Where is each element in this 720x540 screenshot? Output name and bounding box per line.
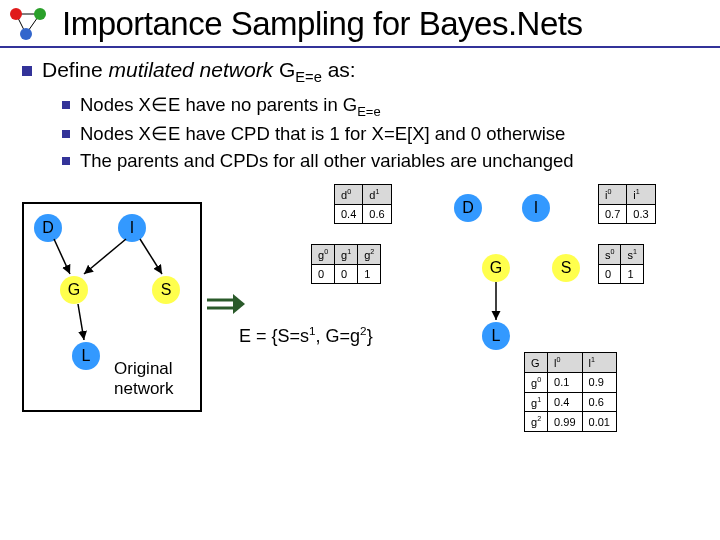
v: 0.3 <box>627 204 655 223</box>
s: 2 <box>537 415 541 423</box>
s: 1 <box>591 356 595 364</box>
s: 0 <box>607 188 611 196</box>
bullet-icon <box>62 130 70 138</box>
subscript: E=e <box>357 104 380 119</box>
h: G <box>525 353 548 373</box>
svg-point-4 <box>34 8 46 20</box>
text: E have CPD that is 1 for X=E[X] and 0 ot… <box>168 123 565 144</box>
v: 0.7 <box>599 204 627 223</box>
original-network-arrows <box>22 202 202 402</box>
text: } <box>367 326 373 346</box>
node-I: I <box>522 194 550 222</box>
svg-point-3 <box>10 8 22 20</box>
original-network-label: Original network <box>114 359 174 398</box>
sub-bullet-3: The parents and CPDs for all other varia… <box>62 149 700 174</box>
text: E = {S=s <box>239 326 309 346</box>
diagram-area: D I G S L Original network E = {S=s1, G=… <box>22 184 700 484</box>
text: , G=g <box>316 326 361 346</box>
slide-title: Importance Sampling for Bayes.Nets <box>62 5 582 43</box>
subscript: E=e <box>295 69 322 85</box>
svg-point-5 <box>20 28 32 40</box>
s: 0 <box>347 188 351 196</box>
sub-bullet-list: Nodes X∈E have no parents in GE=e Nodes … <box>62 93 700 174</box>
text: The parents and CPDs for all other varia… <box>80 150 574 171</box>
cpd-table-L: Gl0l1 g00.10.9 g10.40.6 g20.990.01 <box>524 352 617 432</box>
cpd-table-G: g0g1g2 001 <box>311 244 381 284</box>
v: 0 <box>599 264 621 283</box>
svg-line-9 <box>78 304 84 340</box>
s: 0 <box>537 376 541 384</box>
v: 0 <box>335 264 358 283</box>
text: network <box>114 379 174 399</box>
s: 1 <box>636 188 640 196</box>
v: 0 <box>312 264 335 283</box>
text: G <box>273 58 295 81</box>
s: 1 <box>633 248 637 256</box>
v: 0.6 <box>582 392 616 412</box>
title-bar: Importance Sampling for Bayes.Nets <box>0 0 720 44</box>
sub-bullet-1: Nodes X∈E have no parents in GE=e <box>62 93 700 120</box>
text: Original <box>114 359 174 379</box>
v: 0.99 <box>548 412 582 432</box>
svg-line-6 <box>54 239 70 274</box>
element-of-icon: ∈ <box>151 94 168 115</box>
mutilated-arrow-GL <box>482 254 522 334</box>
v: 0.4 <box>548 392 582 412</box>
bullet-icon <box>62 157 70 165</box>
cpd-table-S: s0s1 01 <box>598 244 644 284</box>
v: 0.01 <box>582 412 616 432</box>
svg-line-8 <box>140 239 162 274</box>
s: 2 <box>370 248 374 256</box>
v: 0.6 <box>363 204 391 223</box>
element-of-icon: ∈ <box>151 123 168 144</box>
v: 0.1 <box>548 372 582 392</box>
s: 1 <box>375 188 379 196</box>
s: 0 <box>557 356 561 364</box>
text: Nodes X <box>80 123 151 144</box>
s: 1 <box>347 248 351 256</box>
v: 0.4 <box>335 204 363 223</box>
v: 0.9 <box>582 372 616 392</box>
text: Nodes X <box>80 94 151 115</box>
cpd-table-I: i0i1 0.70.3 <box>598 184 656 224</box>
v: 1 <box>358 264 381 283</box>
node-S: S <box>552 254 580 282</box>
cpd-table-D: d0d1 0.40.6 <box>334 184 392 224</box>
s: 1 <box>537 396 541 404</box>
text: E have no parents in G <box>168 94 357 115</box>
transform-arrow-icon <box>205 292 245 316</box>
mutilated-term: mutilated network <box>109 58 274 81</box>
node-D: D <box>454 194 482 222</box>
s: 0 <box>611 248 615 256</box>
main-bullet: Define mutilated network GE=e as: <box>22 58 700 85</box>
svg-line-7 <box>84 239 126 274</box>
bullet-icon <box>22 66 32 76</box>
sub-bullet-2: Nodes X∈E have CPD that is 1 for X=E[X] … <box>62 122 700 147</box>
bullet-icon <box>62 101 70 109</box>
text: Define <box>42 58 109 81</box>
bayes-net-logo-icon <box>6 4 54 44</box>
s: 0 <box>324 248 328 256</box>
evidence-set: E = {S=s1, G=g2} <box>239 324 373 347</box>
v: 1 <box>621 264 643 283</box>
content-area: Define mutilated network GE=e as: Nodes … <box>0 48 720 484</box>
text: as: <box>322 58 356 81</box>
